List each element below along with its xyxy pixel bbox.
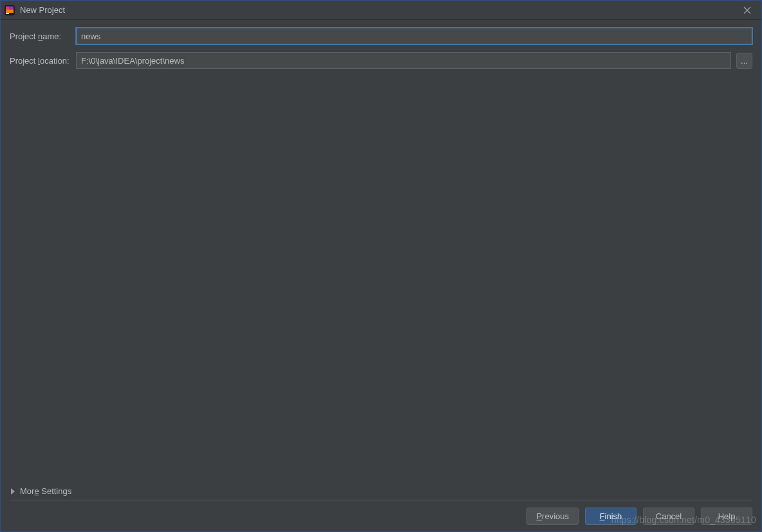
app-icon xyxy=(5,5,15,15)
project-location-label: Project location: xyxy=(10,56,76,66)
svg-rect-1 xyxy=(6,6,9,10)
svg-rect-4 xyxy=(6,13,9,14)
dialog-content: Project name: Project location: ... xyxy=(1,20,761,69)
titlebar: New Project xyxy=(1,1,761,20)
project-name-label: Project name: xyxy=(10,32,76,41)
project-location-input[interactable] xyxy=(76,52,731,69)
browse-button[interactable]: ... xyxy=(736,53,752,69)
cancel-button[interactable]: Cancel xyxy=(643,508,694,525)
more-settings-toggle[interactable]: More Settings xyxy=(10,486,752,500)
more-settings-label: More Settings xyxy=(20,486,71,496)
help-button[interactable]: Help xyxy=(701,508,752,525)
project-name-row: Project name: xyxy=(10,28,752,44)
project-name-input[interactable] xyxy=(76,28,752,44)
window-title: New Project xyxy=(20,5,733,15)
previous-button[interactable]: Previous xyxy=(526,508,579,525)
chevron-right-icon xyxy=(11,488,15,495)
finish-button[interactable]: Finish xyxy=(585,508,637,525)
button-bar: Previous Finish Cancel Help xyxy=(526,508,752,525)
svg-rect-3 xyxy=(6,10,14,13)
close-icon xyxy=(743,6,751,14)
project-location-row: Project location: ... xyxy=(10,52,752,69)
svg-rect-2 xyxy=(9,6,14,10)
close-button[interactable] xyxy=(733,1,761,20)
